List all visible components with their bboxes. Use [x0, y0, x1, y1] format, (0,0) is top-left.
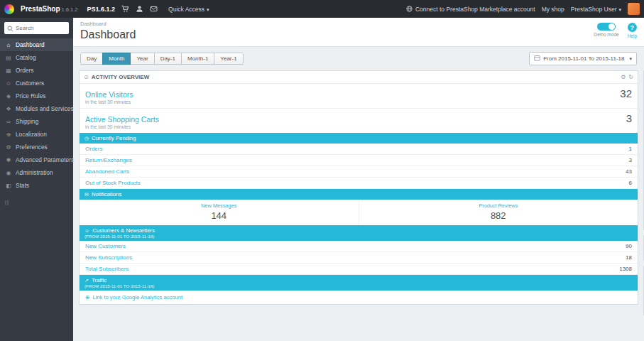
- sidebar-item-price-rules[interactable]: ◈Price Rules: [0, 90, 73, 102]
- pending-orders-link[interactable]: Orders: [85, 146, 102, 152]
- sidebar-item-customers[interactable]: ☺Customers: [0, 77, 73, 90]
- filter-year-button[interactable]: Year: [130, 53, 154, 65]
- brand: PrestaShop1.6.1.2: [21, 5, 78, 13]
- main-content: Dashboard Dashboard Demo mode ? Help Day: [73, 18, 644, 341]
- sidebar-item-dashboard[interactable]: ⌂Dashboard: [0, 38, 73, 51]
- version-label: 1.6.1.2: [62, 6, 78, 13]
- new-subscriptions-row: New Subscriptions 18: [80, 252, 638, 264]
- total-subscribers-link[interactable]: Total Subscribers: [85, 266, 129, 272]
- product-reviews-cell[interactable]: Product Reviews 882: [359, 200, 638, 225]
- new-customers-link[interactable]: New Customers: [85, 243, 126, 249]
- pending-returns-link[interactable]: Return/Exchanges: [85, 157, 132, 163]
- cart-notifications-icon[interactable]: [121, 5, 129, 13]
- price-tag-icon: ◈: [5, 93, 12, 99]
- link-icon: ⊕: [85, 294, 89, 301]
- activity-overview-panel: ⊙ ACTIVITY OVERVIEW ⚙ ↻ Online Visitors …: [79, 70, 638, 305]
- filter-month-1-button[interactable]: Month-1: [181, 53, 214, 65]
- sidebar-item-modules[interactable]: ❖Modules and Services: [0, 102, 73, 115]
- new-subscriptions-link[interactable]: New Subscriptions: [85, 254, 132, 261]
- customers-notifications-icon[interactable]: [136, 5, 143, 13]
- my-shop-link[interactable]: My shop: [542, 6, 564, 13]
- sidebar-item-stats[interactable]: ◧Stats: [0, 179, 73, 192]
- total-subscribers-row: Total Subscribers 1308: [80, 264, 638, 275]
- traffic-header: ↗Traffic (FROM 2015-11-01 TO 2015-11-18): [80, 275, 638, 291]
- sidebar-item-advanced-parameters[interactable]: ✱Advanced Parameters: [0, 153, 73, 166]
- abandoned-carts-link[interactable]: Abandoned Carts: [85, 168, 129, 175]
- modules-icon: ❖: [5, 106, 12, 112]
- notifications-header: ✉ Notifications: [80, 189, 638, 200]
- sidebar-item-localization[interactable]: ⊕Localization: [0, 128, 73, 141]
- activity-title: ACTIVITY OVERVIEW: [92, 74, 150, 80]
- activity-settings-icon[interactable]: ⚙: [621, 74, 626, 80]
- filter-year-1-button[interactable]: Year-1: [214, 53, 243, 65]
- out-of-stock-row: Out of Stock Products 6: [80, 178, 638, 189]
- globe-icon: [406, 6, 413, 12]
- new-messages-cell[interactable]: New Messages 144: [80, 200, 359, 225]
- page-header: Dashboard Dashboard Demo mode ? Help: [73, 18, 644, 47]
- breadcrumb[interactable]: Dashboard: [80, 21, 136, 27]
- demo-mode-toggle[interactable]: [597, 23, 616, 31]
- messages-notifications-icon[interactable]: [150, 5, 158, 13]
- gear-icon: ⚙: [5, 144, 12, 151]
- active-carts-sub: in the last 30 minutes: [80, 124, 638, 133]
- new-customers-row: New Customers 90: [80, 241, 638, 252]
- activity-icon: ⊙: [84, 74, 89, 80]
- sidebar: ⌂Dashboard ▤Catalog ▦Orders ☺Customers ◈…: [0, 18, 73, 341]
- out-of-stock-link[interactable]: Out of Stock Products: [85, 180, 141, 186]
- help-button[interactable]: ? Help: [628, 23, 637, 38]
- online-visitors-sub: in the last 30 minutes: [80, 99, 638, 108]
- wrench-icon: ✱: [5, 157, 12, 163]
- online-visitors-link[interactable]: Online Visitors: [85, 90, 133, 99]
- help-label: Help: [628, 33, 637, 38]
- home-icon: ⌂: [5, 42, 12, 48]
- localization-globe-icon: ⊕: [5, 131, 12, 138]
- currently-pending-header: ◷ Currently Pending: [80, 133, 638, 144]
- abandoned-carts-row: Abandoned Carts 43: [80, 166, 638, 178]
- orders-icon: ▦: [5, 67, 12, 74]
- catalog-icon: ▤: [5, 55, 12, 61]
- google-analytics-link[interactable]: ⊕ Link to your Google Analytics account: [80, 291, 638, 304]
- user-menu[interactable]: PrestaShop User: [571, 6, 621, 13]
- people-icon: ☺: [84, 228, 89, 233]
- pending-orders-row: Orders 1: [80, 144, 638, 155]
- active-carts-value: 3: [626, 112, 632, 124]
- filter-day-1-button[interactable]: Day-1: [154, 53, 182, 65]
- quick-access-menu[interactable]: Quick Access: [168, 6, 209, 13]
- sidebar-item-shipping[interactable]: ⇨Shipping: [0, 115, 73, 128]
- help-icon: ?: [628, 23, 637, 32]
- period-button-group: Day Month Year Day-1 Month-1 Year-1: [80, 53, 244, 65]
- sidebar-item-administration[interactable]: ◉Administration: [0, 166, 73, 179]
- demo-mode-label: Demo mode: [594, 32, 618, 37]
- search-input[interactable]: [16, 25, 66, 31]
- user-avatar[interactable]: [628, 3, 640, 15]
- activity-refresh-icon[interactable]: ↻: [628, 74, 633, 80]
- prestashop-logo-icon: [4, 4, 14, 14]
- traffic-icon: ↗: [84, 278, 89, 283]
- collapse-sidebar-icon[interactable]: ||: [5, 199, 68, 205]
- clock-icon: ◷: [84, 136, 89, 141]
- demo-mode-control: Demo mode: [594, 23, 618, 37]
- search-icon: [7, 22, 13, 35]
- prestashop-admin-window: PrestaShop1.6.1.2 PS1.6.1.2 Quick Access…: [0, 0, 644, 341]
- sidebar-item-orders[interactable]: ▦Orders: [0, 64, 73, 77]
- bell-icon: ✉: [84, 192, 89, 197]
- toggle-knob: [608, 23, 615, 30]
- shop-name-menu[interactable]: PS1.6.1.2: [87, 6, 116, 13]
- calendar-icon: [534, 55, 540, 63]
- date-range-picker[interactable]: From 2015-11-01 To 2015-11-18: [529, 52, 637, 65]
- customers-newsletters-header: ☺Customers & Newsletters (FROM 2015-11-0…: [80, 225, 638, 241]
- topbar: PrestaShop1.6.1.2 PS1.6.1.2 Quick Access…: [0, 0, 644, 18]
- page-title: Dashboard: [80, 28, 136, 41]
- active-carts-link[interactable]: Active Shopping Carts: [85, 115, 159, 124]
- sidebar-nav: ⌂Dashboard ▤Catalog ▦Orders ☺Customers ◈…: [0, 38, 73, 192]
- sidebar-item-preferences[interactable]: ⚙Preferences: [0, 141, 73, 153]
- sidebar-search: [4, 22, 69, 34]
- marketplace-connect-link[interactable]: Connect to PrestaShop Marketplace accoun…: [406, 6, 535, 13]
- filter-day-button[interactable]: Day: [80, 53, 103, 65]
- sidebar-item-catalog[interactable]: ▤Catalog: [0, 51, 73, 64]
- truck-icon: ⇨: [5, 119, 12, 125]
- stats-icon: ◧: [5, 183, 12, 189]
- online-visitors-value: 32: [620, 87, 632, 99]
- filter-month-button[interactable]: Month: [102, 53, 131, 65]
- time-filter-bar: Day Month Year Day-1 Month-1 Year-1 From…: [79, 52, 638, 65]
